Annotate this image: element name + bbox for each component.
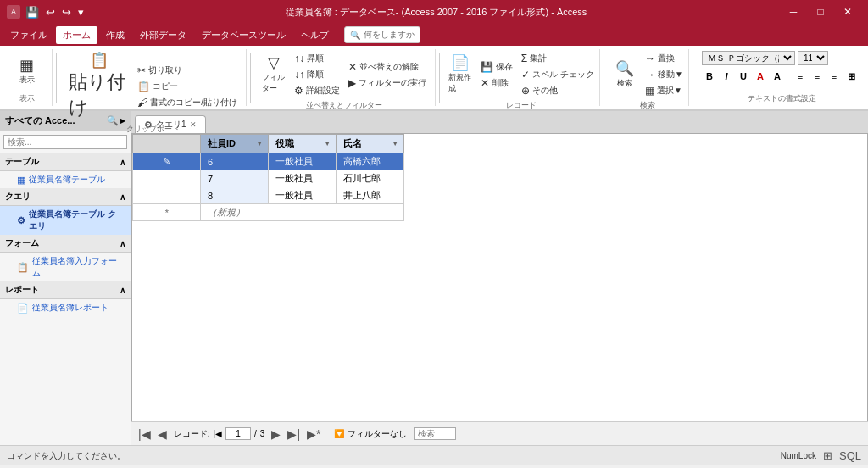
apply-filter-btn[interactable]: ▶ フィルターの実行 [345,75,430,91]
new-record-btn[interactable]: 📄 新規作成 [445,53,476,96]
minimize-btn[interactable]: ─ [780,0,807,24]
section-form[interactable]: フォーム ∧ [0,235,131,253]
form-icon: 📋 [17,262,29,273]
col-header-name[interactable]: 氏名 ▾ [337,135,404,153]
menu-db-tools[interactable]: データベースツール [195,26,292,44]
record-search-input[interactable] [414,427,456,440]
view-btn[interactable]: ▦ 表示 [12,56,42,87]
col-header-id[interactable]: 社員ID ▾ [201,135,269,153]
col-header-role[interactable]: 役職 ▾ [269,135,337,153]
desc-sort-btn[interactable]: ↓↑ 降順 [291,67,343,82]
next-record-btn[interactable]: ▶ [271,427,281,441]
align-left-btn[interactable]: ≡ [793,69,808,84]
asc-sort-btn[interactable]: ↑↓ 昇順 [291,51,343,66]
cell-name-0[interactable]: 高橋六郎 [337,153,404,170]
ribbon: ▦ 表示 表示 📋 貼り付け ✂ 切り取り [0,46,868,111]
align-center-btn[interactable]: ≡ [810,69,825,84]
desc-label: 降順 [307,69,324,81]
italic-btn[interactable]: I [719,69,734,84]
new-row[interactable]: *（新規） [133,204,404,221]
app-icons: A 💾 ↩ ↪ ▾ [7,4,86,20]
menu-external-data[interactable]: 外部データ [133,26,193,44]
align-right-btn[interactable]: ≡ [826,69,842,84]
divider-4 [604,53,604,103]
more-btn[interactable]: ⊕ その他 [518,83,598,98]
format-copy-btn[interactable]: 🖌 書式のコピー/貼り付け [134,95,241,110]
replace-icon: ↔ [645,53,655,64]
section-query[interactable]: クエリ ∧ [0,188,131,206]
menu-home[interactable]: ホーム [56,26,97,44]
undo-btn[interactable]: ↩ [44,4,57,20]
nav-item-table[interactable]: ▦ 従業員名簿テーブル [0,171,131,188]
cell-role-2[interactable]: 一般社員 [269,187,337,204]
close-btn[interactable]: ✕ [834,0,861,24]
customize-btn[interactable]: ▾ [76,4,86,20]
records-col2: Σ 集計 ✓ スペル チェック ⊕ その他 [518,51,598,98]
cut-btn[interactable]: ✂ 切り取り [134,63,241,78]
font-color-btn[interactable]: A [753,69,768,84]
section-report[interactable]: レポート ∧ [0,281,131,299]
maximize-btn[interactable]: □ [807,0,834,24]
goto-btn[interactable]: → 移動▼ [642,67,687,82]
row-selector-2[interactable] [133,187,201,204]
last-record-btn[interactable]: ▶| [287,427,300,441]
status-bar: コマンドを入力してください。 NumLock ⊞ SQL [0,445,868,465]
totals-icon: Σ [521,53,527,64]
paste-btn[interactable]: 📋 貼り付け [65,51,132,122]
new-record-nav-btn[interactable]: ▶* [307,427,320,441]
menu-file[interactable]: ファイル [3,26,54,44]
spell-btn[interactable]: ✓ スペル チェック [518,67,598,82]
menu-create[interactable]: 作成 [99,26,131,44]
table-btn[interactable]: ⊞ [843,69,859,84]
row-selector-1[interactable] [133,170,201,187]
row-selector-0[interactable]: ✎ [133,153,201,170]
copy-btn[interactable]: 📋 コピー [134,79,241,94]
record-separator: |◀ [213,429,222,438]
current-record-input[interactable] [225,427,251,440]
cell-id-2[interactable]: 8 [201,187,269,204]
cell-role-1[interactable]: 一般社員 [269,170,337,187]
redo-btn[interactable]: ↪ [60,4,73,20]
clear-sort-btn[interactable]: ✕ 並べ替えの解除 [345,59,430,75]
highlight-btn[interactable]: A [770,69,785,84]
sql-btn[interactable]: SQL [839,449,861,462]
save-quick-btn[interactable]: 💾 [24,4,41,20]
section-table[interactable]: テーブル ∧ [0,153,131,171]
totals-btn[interactable]: Σ 集計 [518,51,598,66]
font-size-selector[interactable]: 11 [798,51,828,65]
section-form-label: フォーム [5,237,39,249]
section-report-label: レポート [5,284,39,296]
new-row-selector[interactable]: * [133,204,201,221]
cell-name-1[interactable]: 石川七郎 [337,170,404,187]
nav-item-report[interactable]: 📄 従業員名簿レポート [0,299,131,316]
cell-id-1[interactable]: 7 [201,170,269,187]
save-record-btn[interactable]: 💾 保存 [477,59,516,75]
advanced-btn[interactable]: ⚙ 詳細設定 [291,83,343,98]
layout-view-btn[interactable]: ⊞ [823,449,832,462]
query-table: 社員ID ▾ 役職 ▾ 氏名 [132,134,404,221]
new-row-label[interactable]: （新規） [201,204,404,221]
cell-name-2[interactable]: 井上八郎 [337,187,404,204]
filter-btn[interactable]: ▽ フィルター [259,53,289,96]
cell-id-0[interactable]: 6 [201,153,269,170]
table-row[interactable]: 8一般社員井上八郎 [133,187,404,204]
ribbon-search-bar[interactable]: 🔍 何をしますか [344,26,420,43]
delete-record-btn[interactable]: ✕ 削除 [477,75,516,91]
divider-2 [250,53,251,103]
find-btn[interactable]: 🔍 検索 [609,59,640,91]
nav-item-query[interactable]: ⚙ 従業員名簿テーブル クエリ [0,206,131,235]
cell-role-0[interactable]: 一般社員 [269,153,337,170]
nav-item-form[interactable]: 📋 従業員名簿入力フォーム [0,253,131,281]
prev-record-btn[interactable]: ◀ [158,427,167,441]
select-btn[interactable]: ▦ 選択▼ [642,83,687,98]
underline-btn[interactable]: U [736,69,751,84]
table-row[interactable]: ✎6一般社員高橋六郎 [133,153,404,170]
bold-btn[interactable]: B [702,69,717,84]
font-selector[interactable]: ＭＳ Ｐゴシック（詳細） [702,51,795,65]
query-container[interactable]: 社員ID ▾ 役職 ▾ 氏名 [131,133,868,421]
first-record-btn[interactable]: |◀ [138,427,151,441]
menu-help[interactable]: ヘルプ [294,26,336,44]
table-row[interactable]: 7一般社員石川七郎 [133,170,404,187]
nav-search-input[interactable] [3,135,127,149]
replace-btn[interactable]: ↔ 置換 [642,51,687,66]
